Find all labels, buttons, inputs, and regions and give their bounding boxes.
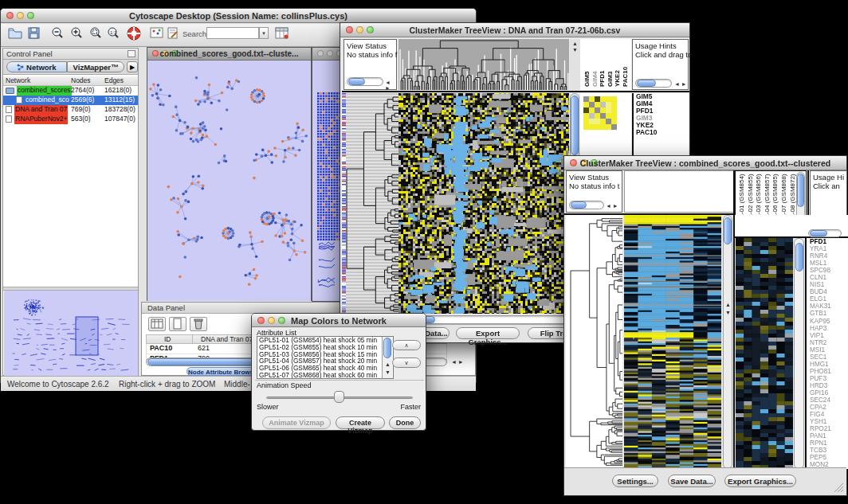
search-input[interactable] — [206, 27, 259, 39]
tv2-gene-label[interactable]: MAK31 — [807, 303, 848, 310]
tv2-gene-label[interactable]: PFD1 — [807, 238, 848, 245]
tv2-row-dendrogram[interactable] — [566, 215, 622, 469]
tv2-gene-label[interactable]: VIP1 — [807, 332, 848, 339]
tv2-gene-label[interactable]: PEP5 — [807, 454, 848, 461]
network-row-dna-tran[interactable]: DNA and Tran 07 769(0) 183728(0) — [3, 105, 138, 115]
tv2-gene-label[interactable]: MSI1 — [807, 346, 848, 354]
tv2-gene-label[interactable]: HRD3 — [807, 382, 848, 389]
animate-vizmap-button[interactable]: Animate Vizmap — [262, 416, 331, 429]
tv2-gene-label[interactable]: MSL1 — [807, 260, 848, 267]
tv1-heatmap[interactable] — [398, 93, 569, 314]
tv2-gene-label[interactable]: RPO21 — [807, 425, 848, 432]
scroll-left-arrow[interactable]: ◄ ► — [451, 359, 464, 365]
tab-network[interactable]: Network — [6, 61, 67, 72]
list-scroll-down[interactable]: ▼ — [385, 369, 391, 375]
treeview2-titlebar[interactable]: ClusterMaker TreeView : combined_scores_… — [564, 156, 846, 170]
tv1-usage-scroll-arrows[interactable]: ◄ ► — [674, 81, 687, 87]
birdseye-icon[interactable] — [150, 26, 164, 40]
attribute-list-vscrollbar[interactable]: ▲ ▼ — [382, 337, 392, 378]
tv1-column-label[interactable]: YKE2 — [614, 70, 621, 87]
tv1-down-arrow[interactable]: ▼ — [572, 47, 578, 53]
tv2-gene-label[interactable]: TCB3 — [807, 447, 848, 454]
tv2-gene-label[interactable]: SEC1 — [807, 354, 848, 361]
resize-grip[interactable] — [833, 482, 844, 493]
tv1-up-arrow[interactable]: ▲ — [572, 41, 578, 46]
tv2-gene-label[interactable]: PUF3 — [807, 375, 848, 382]
attribute-list[interactable]: GPL51-01 (GSM854) heat shock 05 minGPL51… — [257, 336, 394, 379]
tv2-gene-hscrollbar[interactable] — [808, 229, 842, 237]
delete-attribute-icon[interactable] — [190, 317, 207, 331]
tv2-save-data-button[interactable]: Save Data... — [668, 475, 716, 487]
tv1-column-label[interactable]: PAC10 — [622, 67, 629, 87]
tv2-heatmap[interactable] — [624, 215, 721, 469]
tv2-vscrollbar[interactable]: ▲ ▼ — [723, 215, 732, 469]
slider-thumb[interactable] — [334, 391, 344, 403]
tv1-row-dendrogram[interactable] — [346, 93, 398, 314]
table-icon[interactable] — [275, 26, 290, 41]
tv2-gene-label[interactable]: RNR4 — [807, 252, 848, 260]
tv2-status-hscrollbar[interactable] — [569, 201, 604, 209]
tv2-vscroll-up[interactable]: ▲ — [725, 302, 731, 307]
tv2-vscroll-down[interactable]: ▼ — [725, 310, 731, 315]
tv2-gene-label[interactable]: FIG4 — [807, 411, 848, 418]
tv1-column-label[interactable]: PFD1 — [599, 71, 606, 87]
done-button[interactable]: Done — [389, 416, 421, 429]
tv1-column-label[interactable]: GIM4 — [591, 71, 599, 87]
tv2-gene-vscrollbar[interactable] — [794, 238, 804, 469]
zoom-out-icon[interactable] — [50, 26, 65, 41]
tv2-status-scroll-arrows[interactable]: ◄ ► — [606, 203, 618, 209]
tv2-export-graphics-button[interactable]: Export Graphics... — [724, 475, 796, 487]
network-row-combined-scores[interactable]: combined_scores 2764(0) 16218(0) — [3, 86, 138, 96]
save-icon[interactable] — [27, 26, 41, 40]
list-scroll-up[interactable]: ▲ — [385, 361, 391, 367]
tv2-gene-label[interactable]: HMG1 — [807, 361, 848, 368]
tabs-overflow-arrow[interactable]: ▶ — [127, 61, 138, 72]
zoom-fit-icon[interactable]: 1:1 — [106, 26, 121, 41]
attribute-select-icon[interactable] — [148, 317, 166, 331]
tv1-row-label[interactable]: PAC10 — [634, 129, 689, 136]
new-attribute-icon[interactable] — [169, 317, 186, 331]
tv2-gene-label[interactable]: SEC24 — [807, 397, 848, 404]
node-attribute-browser-tab[interactable]: Node Attribute Brows — [186, 367, 255, 376]
minimize-button[interactable] — [327, 50, 333, 57]
tv2-gene-label[interactable]: YRA1 — [807, 245, 848, 252]
move-down-button[interactable]: ∨ — [392, 357, 421, 368]
tv2-column-dendrogram-area[interactable] — [624, 170, 734, 213]
annotation-icon[interactable] — [167, 26, 180, 40]
tv2-collabels-vscrollbar[interactable] — [796, 172, 805, 218]
dialog-titlebar[interactable]: Map Colors to Network — [252, 314, 426, 327]
tv1-usage-hscrollbar[interactable] — [635, 79, 672, 88]
zoom-in-icon[interactable] — [69, 26, 84, 41]
tv2-gene-label[interactable]: NTR2 — [807, 339, 848, 346]
tv1-column-dendrogram[interactable] — [398, 39, 569, 90]
tv2-gene-mini-heatmap[interactable] — [736, 238, 793, 469]
tv2-gene-label[interactable]: GTB1 — [807, 310, 848, 317]
tv2-gene-label[interactable]: GPI16 — [807, 389, 848, 397]
search-dropdown-arrow[interactable]: ▼ — [259, 27, 269, 39]
tv2-gene-label[interactable]: KAP95 — [807, 318, 848, 325]
tv1-status-scroll-arrows[interactable]: ◄ ► — [385, 80, 396, 91]
cytoscape-titlebar[interactable]: Cytoscape Desktop (Session Name: collins… — [1, 9, 476, 23]
network-overview-thumbnail[interactable] — [4, 291, 138, 376]
open-file-icon[interactable] — [7, 26, 23, 40]
float-panel-icon[interactable] — [128, 50, 135, 57]
tv1-mini-heatmap[interactable] — [583, 96, 617, 130]
move-up-button[interactable]: ∧ — [392, 340, 421, 350]
tv2-gene-label[interactable]: HAP3 — [807, 325, 848, 332]
tv1-column-label[interactable]: GIM3 — [607, 71, 614, 87]
create-vizmap-button[interactable]: Create Vizmap — [336, 416, 385, 429]
tv2-gene-label[interactable]: CLN1 — [807, 274, 848, 281]
zoom-selected-icon[interactable] — [88, 26, 104, 41]
tv2-gene-label[interactable]: NIS1 — [807, 281, 848, 288]
tv2-gene-label[interactable]: BUD4 — [807, 288, 848, 295]
tv2-gene-label[interactable]: ELG1 — [807, 295, 848, 303]
tv2-gene-label[interactable]: CPA2 — [807, 404, 848, 411]
tv1-export-graphics-button[interactable]: Export Graphics... — [456, 327, 520, 339]
help-lifering-icon[interactable] — [127, 26, 143, 41]
network-view-1-titlebar[interactable]: combined_scores_good.txt--cluste... — [147, 48, 311, 61]
tv2-gene-label[interactable]: PAN1 — [807, 432, 848, 440]
network-row-rnapuber[interactable]: RNAPuberNov2+ 563(0) 107847(0) — [3, 115, 138, 124]
close-button[interactable] — [317, 50, 324, 57]
tv2-gene-label[interactable]: PHO81 — [807, 368, 848, 375]
tv2-gene-label[interactable]: RPN1 — [807, 440, 848, 447]
